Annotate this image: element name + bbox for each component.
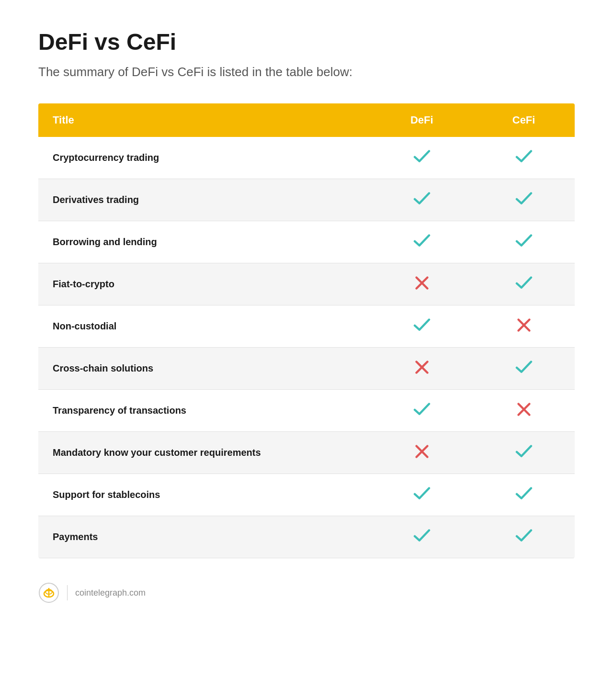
row-label: Derivatives trading bbox=[38, 179, 371, 221]
cross-icon bbox=[415, 276, 429, 290]
table-row: Cryptocurrency trading bbox=[38, 137, 575, 179]
row-cefi-cell bbox=[473, 263, 575, 305]
table-row: Mandatory know your customer requirement… bbox=[38, 432, 575, 474]
footer-url: cointelegraph.com bbox=[75, 588, 146, 598]
check-icon bbox=[413, 234, 431, 248]
check-icon bbox=[515, 234, 533, 248]
row-cefi-cell bbox=[473, 305, 575, 348]
table-row: Cross-chain solutions bbox=[38, 348, 575, 390]
table-row: Derivatives trading bbox=[38, 179, 575, 221]
cross-icon bbox=[415, 360, 429, 374]
check-icon bbox=[515, 276, 533, 290]
row-cefi-cell bbox=[473, 179, 575, 221]
row-label: Cross-chain solutions bbox=[38, 348, 371, 390]
table-row: Transparency of transactions bbox=[38, 390, 575, 432]
table-header-row: Title DeFi CeFi bbox=[38, 103, 575, 137]
row-defi-cell bbox=[371, 390, 473, 432]
row-label: Fiat-to-crypto bbox=[38, 263, 371, 305]
check-icon bbox=[515, 486, 533, 501]
cross-icon bbox=[517, 402, 531, 417]
row-defi-cell bbox=[371, 305, 473, 348]
check-icon bbox=[413, 192, 431, 206]
row-label: Transparency of transactions bbox=[38, 390, 371, 432]
table-row: Support for stablecoins bbox=[38, 474, 575, 516]
check-icon bbox=[515, 192, 533, 206]
check-icon bbox=[515, 149, 533, 164]
check-icon bbox=[413, 149, 431, 164]
row-defi-cell bbox=[371, 348, 473, 390]
footer: cointelegraph.com bbox=[38, 582, 575, 603]
comparison-table: Title DeFi CeFi Cryptocurrency trading D… bbox=[38, 103, 575, 558]
table-row: Non-custodial bbox=[38, 305, 575, 348]
cointelegraph-logo-icon bbox=[38, 582, 59, 603]
page-title: DeFi vs CeFi bbox=[38, 29, 575, 55]
row-defi-cell bbox=[371, 516, 473, 558]
row-defi-cell bbox=[371, 179, 473, 221]
row-label: Non-custodial bbox=[38, 305, 371, 348]
row-cefi-cell bbox=[473, 348, 575, 390]
header-defi: DeFi bbox=[371, 103, 473, 137]
row-label: Support for stablecoins bbox=[38, 474, 371, 516]
check-icon bbox=[413, 486, 431, 501]
header-cefi: CeFi bbox=[473, 103, 575, 137]
check-icon bbox=[515, 360, 533, 374]
row-label: Payments bbox=[38, 516, 371, 558]
row-cefi-cell bbox=[473, 516, 575, 558]
footer-divider bbox=[67, 585, 68, 600]
row-defi-cell bbox=[371, 221, 473, 263]
row-defi-cell bbox=[371, 432, 473, 474]
page-subtitle: The summary of DeFi vs CeFi is listed in… bbox=[38, 65, 575, 79]
check-icon bbox=[515, 444, 533, 459]
row-label: Borrowing and lending bbox=[38, 221, 371, 263]
row-defi-cell bbox=[371, 263, 473, 305]
row-cefi-cell bbox=[473, 432, 575, 474]
row-defi-cell bbox=[371, 137, 473, 179]
row-cefi-cell bbox=[473, 390, 575, 432]
table-row: Payments bbox=[38, 516, 575, 558]
row-cefi-cell bbox=[473, 474, 575, 516]
row-cefi-cell bbox=[473, 221, 575, 263]
row-label: Mandatory know your customer requirement… bbox=[38, 432, 371, 474]
table-row: Borrowing and lending bbox=[38, 221, 575, 263]
check-icon bbox=[413, 318, 431, 332]
check-icon bbox=[413, 529, 431, 543]
table-row: Fiat-to-crypto bbox=[38, 263, 575, 305]
header-title: Title bbox=[38, 103, 371, 137]
row-label: Cryptocurrency trading bbox=[38, 137, 371, 179]
cross-icon bbox=[517, 318, 531, 332]
check-icon bbox=[515, 529, 533, 543]
cross-icon bbox=[415, 444, 429, 459]
row-cefi-cell bbox=[473, 137, 575, 179]
check-icon bbox=[413, 402, 431, 417]
row-defi-cell bbox=[371, 474, 473, 516]
